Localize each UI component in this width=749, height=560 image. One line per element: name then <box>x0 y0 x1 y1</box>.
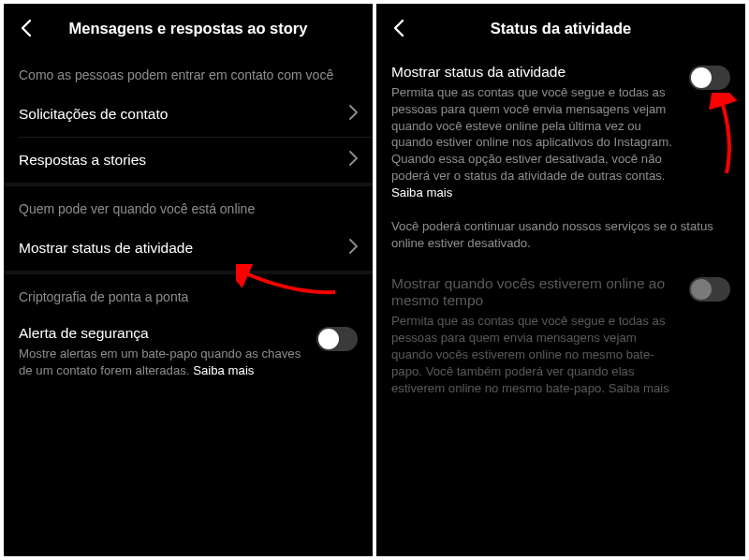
learn-more-link[interactable]: Saiba mais <box>193 363 254 377</box>
toggle-text: Mostrar quando vocês estiverem online ao… <box>391 275 676 396</box>
back-button[interactable] <box>386 15 412 41</box>
page-title: Mensagens e respostas ao story <box>39 20 363 37</box>
chevron-left-icon <box>20 19 33 37</box>
chevron-left-icon <box>392 19 405 37</box>
toggle-desc: Permita que as contas que você segue e t… <box>391 84 676 201</box>
section-header-online: Quem pode ver quando você está online <box>4 186 373 226</box>
toggle-desc: Mostre alertas em um bate-papo quando as… <box>19 346 303 379</box>
page-title: Status da atividade <box>412 20 736 37</box>
toggle-text: Alerta de segurança Mostre alertas em um… <box>19 325 303 379</box>
toggle-title: Mostrar quando vocês estiverem online ao… <box>391 275 676 309</box>
row-show-activity-status: Mostrar status da atividade Permita que … <box>376 52 745 214</box>
row-label: Respostas a stories <box>19 152 349 169</box>
header: Status da atividade <box>376 4 745 52</box>
chevron-right-icon <box>349 105 358 124</box>
screen-messages-settings: Mensagens e respostas ao story Como as p… <box>4 4 373 556</box>
chevron-right-icon <box>349 151 358 169</box>
screen-activity-status: Status da atividade Mostrar status da at… <box>376 4 745 556</box>
toggle-title: Mostrar status da atividade <box>391 64 676 81</box>
activity-status-toggle[interactable] <box>689 66 730 90</box>
row-contact-requests[interactable]: Solicitações de contato <box>4 92 373 137</box>
row-label: Mostrar status de atividade <box>19 240 349 257</box>
row-show-online-together: Mostrar quando vocês estiverem online ao… <box>376 264 745 409</box>
section-header-encryption: Criptografia de ponta a ponta <box>4 274 373 314</box>
toggle-title: Alerta de segurança <box>19 325 303 342</box>
toggle-text: Mostrar status da atividade Permita que … <box>391 64 676 201</box>
chevron-right-icon <box>349 239 358 258</box>
row-security-alert: Alerta de segurança Mostre alertas em um… <box>4 314 373 392</box>
learn-more-link[interactable]: Saiba mais <box>609 381 669 395</box>
row-activity-status[interactable]: Mostrar status de atividade <box>4 226 373 271</box>
section-header-contact: Como as pessoas podem entrar em contato … <box>4 52 373 92</box>
back-button[interactable] <box>13 15 39 41</box>
toggle-desc: Permita que as contas que você segue e t… <box>391 313 676 396</box>
row-story-replies[interactable]: Respostas a stories <box>4 138 373 183</box>
info-note: Você poderá continuar usando nossos serv… <box>376 214 745 265</box>
security-alert-toggle[interactable] <box>316 327 358 351</box>
row-label: Solicitações de contato <box>19 106 349 123</box>
online-together-toggle[interactable] <box>689 277 730 302</box>
learn-more-link[interactable]: Saiba mais <box>391 185 452 199</box>
header: Mensagens e respostas ao story <box>4 4 373 52</box>
